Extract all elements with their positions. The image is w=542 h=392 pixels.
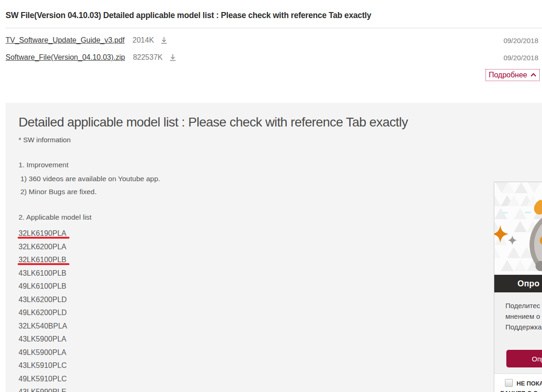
model-item: 43LK6200PLD <box>19 293 67 307</box>
model-item: 49LK6100PLB <box>19 280 67 293</box>
survey-button[interactable]: Опр <box>506 350 542 367</box>
survey-text-line: Поддержка <box>505 323 542 331</box>
model-item: 49LK6200PLD <box>19 306 67 320</box>
improvement-item: 2) Minor Bugs are fixed. <box>20 188 97 196</box>
red-underline-highlight <box>18 263 69 265</box>
improvement-item: 1) 360 videos are available on Youtube a… <box>20 175 160 183</box>
model-item: 32LK6200PLA <box>19 240 67 254</box>
download-row: TV_Software_Update_Guide_v3.pdf 2014K 09… <box>6 35 538 46</box>
file-size: 822537K <box>133 53 163 62</box>
details-toggle-button[interactable]: Подробнее <box>485 69 540 81</box>
model-list: 32LK6190PLA 32LK6200PLA 32LK6100PLB 43LK… <box>19 227 67 392</box>
details-panel: Detailed applicable model list : Please … <box>6 103 542 392</box>
sparkle-dash <box>503 212 508 214</box>
survey-footer: НЕ ПОКА БАННЕР С О <box>494 373 542 392</box>
model-item: 32LK6100PLB <box>19 253 67 267</box>
model-item: 43LK5990PLE <box>19 386 67 392</box>
model-item: 43LK5910PLC <box>19 359 67 373</box>
red-underline-highlight <box>18 237 69 239</box>
model-item: 49LK5900PLA <box>19 346 67 360</box>
improvement-heading: 1. Improvement <box>19 161 69 169</box>
download-file-link[interactable]: Software_File(Version_04.10.03).zip <box>6 53 125 62</box>
model-item: 32LK540BPLA <box>19 320 67 333</box>
model-list-heading: 2. Applicable model list <box>19 213 92 221</box>
download-icon[interactable] <box>160 36 168 44</box>
survey-body: Поделитес мнением о Поддержка Опр <box>494 292 542 373</box>
sw-information-label: * SW information <box>19 136 71 144</box>
model-item: 49LK5910PLC <box>19 373 67 386</box>
chevron-up-icon <box>530 73 536 77</box>
details-toggle-label: Подробнее <box>489 71 527 79</box>
file-size: 2014K <box>132 36 154 44</box>
download-icon[interactable] <box>169 53 177 62</box>
model-item: 43LK6100PLB <box>19 267 67 280</box>
survey-text-line: Поделитес <box>505 302 540 310</box>
file-date: 09/20/2018 <box>504 37 538 44</box>
survey-popup: Опро Поделитес мнением о Поддержка Опр Н… <box>494 182 542 392</box>
file-date: 09/20/2018 <box>504 54 538 62</box>
survey-text-line: мнением о <box>505 312 540 320</box>
download-row: Software_File(Version_04.10.03).zip 8225… <box>6 52 538 63</box>
dont-show-label-line2[interactable]: БАННЕР С О <box>500 390 538 392</box>
dont-show-checkbox[interactable] <box>505 379 513 387</box>
panel-title: Detailed applicable model list : Please … <box>19 115 408 130</box>
survey-banner-title: Опро <box>494 279 540 289</box>
download-file-link[interactable]: TV_Software_Update_Guide_v3.pdf <box>6 36 125 44</box>
survey-banner: Опро <box>494 275 542 292</box>
mascot-illustration <box>494 182 542 275</box>
model-item: 43LK5900PLA <box>19 333 67 346</box>
model-item: 32LK6190PLA <box>19 227 67 240</box>
page-title: SW File(Version 04.10.03) Detailed appli… <box>6 11 371 20</box>
dont-show-label-line1[interactable]: НЕ ПОКА <box>517 380 542 387</box>
sparkle-dash <box>525 212 531 213</box>
header-divider <box>6 28 542 28</box>
